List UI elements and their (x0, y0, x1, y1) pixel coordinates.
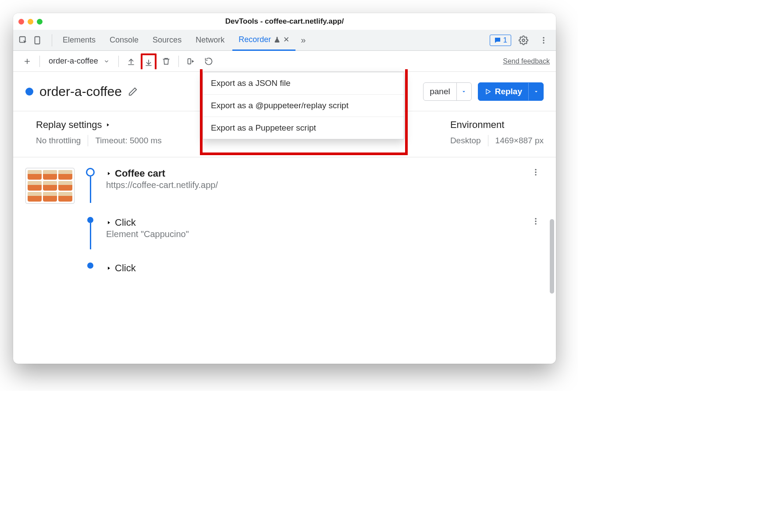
timeout-value: Timeout: 5000 ms (95, 136, 161, 145)
replay-button-label: Replay (495, 87, 522, 96)
svg-point-11 (535, 220, 536, 222)
replay-settings-heading[interactable]: Replay settings (36, 119, 162, 131)
environment-heading: Environment (450, 119, 544, 131)
step-body[interactable]: Click Element "Cappucino" (106, 217, 521, 239)
recording-heading-row: order-a-coffee Export as a JSON file Exp… (13, 72, 556, 111)
tab-label: Recorder (238, 35, 271, 44)
recording-title: order-a-coffee (39, 84, 122, 99)
panel-button-label: panel (430, 87, 450, 96)
recorder-toolbar: order-a-coffee Send feedback (13, 51, 556, 72)
timeline-node-icon (86, 168, 95, 177)
timeline-line (90, 177, 91, 203)
play-icon (484, 88, 491, 95)
svg-point-7 (535, 169, 536, 170)
environment-col: Environment Desktop 1469×887 px (450, 119, 544, 146)
step-body[interactable]: Click (106, 262, 544, 274)
separator (488, 135, 488, 146)
svg-point-5 (543, 42, 544, 43)
scrollbar[interactable] (550, 219, 554, 294)
timeline-node-icon (87, 262, 93, 269)
timeline (85, 262, 96, 269)
separator (118, 56, 119, 67)
tabs-overflow-icon[interactable]: » (297, 35, 309, 45)
svg-point-9 (535, 174, 536, 175)
step-menu-icon[interactable] (531, 168, 544, 177)
resolution-value: 1469×887 px (495, 136, 544, 145)
step-row: Click (25, 262, 544, 274)
new-recording-icon[interactable] (19, 53, 35, 69)
separator (39, 56, 40, 67)
panel-dropdown-icon[interactable] (456, 83, 471, 100)
svg-point-10 (535, 218, 536, 220)
settings-gear-icon[interactable] (516, 32, 531, 48)
step-thumbnail (25, 168, 75, 204)
status-dot-icon (25, 88, 33, 96)
message-icon (494, 36, 502, 44)
svg-point-2 (522, 39, 525, 42)
replay-button[interactable]: Replay (478, 82, 544, 101)
svg-rect-1 (35, 36, 40, 44)
separator (178, 56, 179, 67)
step-row: Click Element "Cappucino" (25, 217, 544, 262)
svg-point-4 (543, 39, 544, 41)
tab-elements[interactable]: Elements (57, 30, 102, 50)
message-count: 1 (503, 36, 507, 45)
step-subtitle: Element "Cappucino" (106, 229, 521, 239)
console-messages-badge[interactable]: 1 (490, 35, 511, 46)
replay-step-icon[interactable] (201, 53, 217, 69)
tab-console[interactable]: Console (103, 30, 145, 50)
step-title: Coffee cart (115, 168, 165, 179)
inspect-element-icon[interactable] (18, 35, 29, 46)
tab-recorder[interactable]: Recorder ✕ (232, 30, 295, 51)
timeline-node-icon (87, 217, 93, 223)
tab-label: Elements (63, 35, 96, 45)
more-menu-icon[interactable] (536, 32, 552, 48)
titlebar: DevTools - coffee-cart.netlify.app/ (13, 13, 556, 30)
svg-point-3 (543, 37, 544, 38)
step-title: Click (115, 217, 136, 228)
export-json-item[interactable]: Export as a JSON file (203, 72, 404, 95)
experiment-flask-icon (274, 36, 281, 43)
close-tab-icon[interactable]: ✕ (283, 35, 289, 44)
expand-right-icon (106, 220, 111, 225)
export-puppeteer-item[interactable]: Export as a Puppeteer script (203, 117, 404, 139)
send-feedback-link[interactable]: Send feedback (503, 57, 550, 65)
export-dropdown-menu: Export as a JSON file Export as a @puppe… (203, 72, 404, 139)
expand-right-icon (105, 122, 110, 128)
svg-point-8 (535, 171, 536, 173)
devtools-tabstrip: Elements Console Sources Network Recorde… (13, 30, 556, 51)
svg-rect-6 (188, 59, 191, 64)
replay-dropdown-icon[interactable] (528, 83, 543, 100)
timeline-line (90, 223, 91, 249)
timeline (85, 217, 96, 249)
step-body[interactable]: Coffee cart https://coffee-cart.netlify.… (106, 168, 521, 190)
window-title: DevTools - coffee-cart.netlify.app/ (13, 17, 556, 26)
devtools-window: DevTools - coffee-cart.netlify.app/ Elem… (13, 13, 556, 364)
tab-label: Network (196, 35, 224, 45)
import-icon[interactable] (123, 53, 139, 69)
expand-right-icon (106, 266, 111, 271)
throttle-value: No throttling (36, 136, 81, 145)
tab-sources[interactable]: Sources (146, 30, 188, 50)
step-row: Coffee cart https://coffee-cart.netlify.… (25, 168, 544, 217)
performance-panel-button[interactable]: panel (423, 82, 472, 101)
tab-label: Sources (153, 35, 182, 45)
export-puppeteer-replay-item[interactable]: Export as a @puppeteer/replay script (203, 95, 404, 117)
timeline (85, 168, 96, 203)
step-over-icon[interactable] (183, 53, 199, 69)
device-toolbar-icon[interactable] (32, 35, 43, 46)
delete-icon[interactable] (158, 53, 174, 69)
steps-list: Coffee cart https://coffee-cart.netlify.… (13, 157, 556, 284)
edit-name-icon[interactable] (128, 87, 138, 96)
tab-label: Console (110, 35, 139, 45)
step-title: Click (115, 262, 136, 274)
expand-right-icon (106, 171, 111, 176)
separator (52, 34, 52, 46)
recording-selector[interactable]: order-a-coffee (44, 53, 114, 69)
export-icon[interactable] (141, 53, 157, 69)
step-subtitle: https://coffee-cart.netlify.app/ (106, 180, 521, 190)
svg-point-12 (535, 223, 536, 224)
step-menu-icon[interactable] (531, 217, 544, 226)
device-value: Desktop (450, 136, 481, 145)
tab-network[interactable]: Network (189, 30, 231, 50)
